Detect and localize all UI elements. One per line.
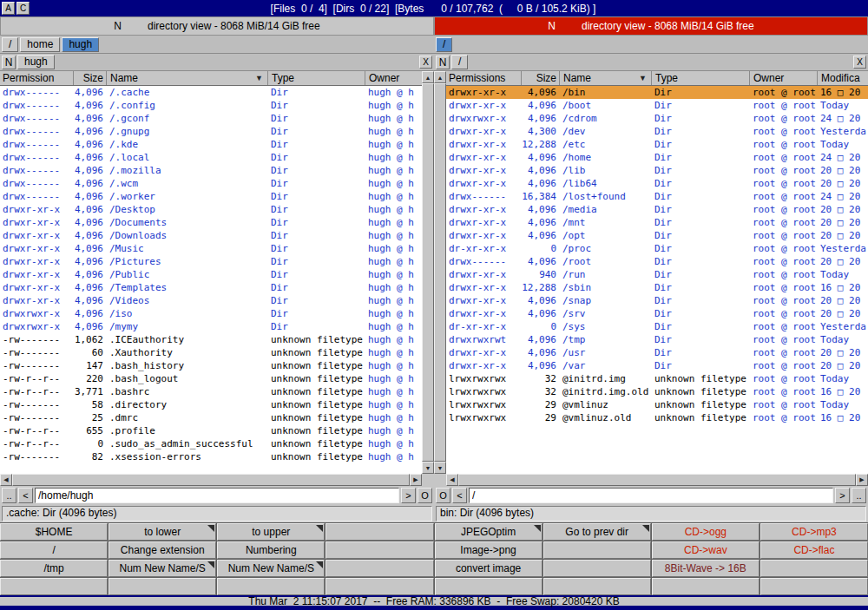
left-dir-tab[interactable]: hugh [17,55,55,69]
file-row[interactable]: -rw-r--r--0.sudo_as_admin_successfulunkn… [0,437,422,450]
left-hscroll-thumb[interactable] [12,474,410,486]
file-row[interactable]: drwxr-xr-x4,096/bootDirroot @ rootToday [446,99,868,112]
options-button[interactable]: O [436,488,450,503]
tab-hugh[interactable]: hugh [62,37,99,52]
file-row[interactable]: drwxr-xr-x4,096/srvDirroot @ root20 □ 20 [446,307,868,320]
file-row[interactable]: -rw-------147.bash_historyunknown filety… [0,359,422,372]
scroll-up-icon[interactable]: ▲ [422,71,434,83]
fkey-numbering[interactable]: Numbering [217,541,325,559]
fkey-empty[interactable] [543,560,651,577]
column-header-type[interactable]: Type [651,71,749,85]
file-row[interactable]: drwxr-xr-x12,288/sbinDirroot @ root16 □ … [446,281,868,294]
file-row[interactable]: drwx------4,096/.workerDirhugh @ h [0,190,422,203]
left-close-tab-button[interactable]: X [419,56,432,69]
file-row[interactable]: lrwxrwxrwx29@vmlinuzunknown filetyperoot… [446,398,868,411]
right-path-input[interactable] [469,488,833,503]
fkey-cd-ogg[interactable]: CD->ogg [652,523,760,541]
history-forward-button[interactable]: > [835,488,850,503]
file-row[interactable]: -rw-------82.xsession-errorsunknown file… [0,450,422,463]
history-back-button[interactable]: < [452,488,467,503]
fkey-cd-wav[interactable]: CD->wav [652,541,760,559]
fkey-empty[interactable] [108,578,216,595]
fkey-cd-mp3[interactable]: CD->mp3 [760,523,868,541]
fkey-cd-flac[interactable]: CD->flac [760,541,868,559]
fkey-jpegoptim[interactable]: JPEGOptim [435,523,542,541]
right-vscroll-track[interactable] [434,83,446,462]
fkey-to-lower[interactable]: to lower [108,523,216,541]
left-vscroll-track[interactable] [422,83,434,462]
fkey-empty[interactable] [217,578,325,595]
file-row[interactable]: lrwxrwxrwx32@initrd.imgunknown filetyper… [446,372,868,385]
scroll-down-icon[interactable]: ▼ [422,462,434,474]
file-row[interactable]: drwxr-xr-x940/runDirroot @ rootToday [446,268,868,281]
button-c[interactable]: C [16,2,30,15]
fkey-empty[interactable] [760,560,868,577]
right-hscroll-track[interactable] [458,474,856,486]
right-close-tab-button[interactable]: X [853,56,866,69]
file-row[interactable]: drwxr-xr-x4,096/DesktopDirhugh @ h [0,203,422,216]
file-row[interactable]: drwxrwxr-x4,096/cdromDirroot @ root24 □ … [446,112,868,125]
file-row[interactable]: -rw-------1,062.ICEauthorityunknown file… [0,333,422,346]
file-row[interactable]: lrwxrwxrwx32@initrd.img.oldunknown filet… [446,385,868,398]
file-row[interactable]: drwxr-xr-x4,096/lib64Dirroot @ root20 □ … [446,177,868,190]
fkey-empty[interactable] [326,560,433,577]
file-row[interactable]: drwx------4,096/.gconfDirhugh @ h [0,112,422,125]
file-row[interactable]: drwxr-xr-x4,096/mntDirroot @ root20 □ 20 [446,216,868,229]
column-header-permissions[interactable]: Permissions [446,71,521,85]
file-row[interactable]: drwx------4,096/.localDirhugh @ h [0,151,422,164]
scroll-left-icon[interactable]: ◀ [446,474,458,486]
file-row[interactable]: -rw-r--r--655.profileunknown filetypehug… [0,424,422,437]
file-row[interactable]: drwx------4,096/.cacheDirhugh @ h [0,86,422,99]
column-header-name[interactable]: Name ▼ [559,71,651,85]
file-row[interactable]: drwxr-xr-x4,096/mediaDirroot @ root20 □ … [446,203,868,216]
column-header-size[interactable]: Size [521,71,559,85]
tab-root[interactable]: / [2,37,18,52]
column-header-permission[interactable]: Permission [0,71,73,85]
file-row[interactable]: drwxr-xr-x4,096/DownloadsDirhugh @ h [0,229,422,242]
file-row[interactable]: drwx------4,096/rootDirroot @ root20 □ 2… [446,255,868,268]
file-row[interactable]: drwxr-xr-x4,096/usrDirroot @ root20 □ 20 [446,346,868,359]
file-row[interactable]: drwx------4,096/.wcmDirhugh @ h [0,177,422,190]
right-dir-tab[interactable]: / [451,55,468,69]
file-row[interactable]: drwxr-xr-x4,096/homeDirroot @ root24 □ 2… [446,151,868,164]
fkey-tmp[interactable]: /tmp [0,560,108,577]
column-header-type[interactable]: Type [267,71,365,85]
fkey-empty[interactable] [760,578,868,595]
fkey-empty[interactable] [543,578,651,595]
history-back-button[interactable]: < [18,488,33,503]
options-button[interactable]: O [418,488,432,503]
file-row[interactable]: drwxr-xr-x4,096/varDirroot @ root20 □ 20 [446,359,868,372]
file-row[interactable]: drwx------4,096/.configDirhugh @ h [0,99,422,112]
file-row[interactable]: drwx------16,384/lost+foundDirroot @ roo… [446,190,868,203]
column-header-modification[interactable]: Modifica [817,71,868,85]
column-header-owner[interactable]: Owner [749,71,817,85]
file-row[interactable]: drwx------4,096/.gnupgDirhugh @ h [0,125,422,138]
file-row[interactable]: drwxrwxr-x4,096/isoDirhugh @ h [0,307,422,320]
file-row[interactable]: drwxr-xr-x4,096/DocumentsDirhugh @ h [0,216,422,229]
tab-home[interactable]: home [20,37,60,52]
fkey-image-png[interactable]: Image->png [435,541,542,559]
fkey-go-to-prev-dir[interactable]: Go to prev dir [543,523,651,541]
file-row[interactable]: -rw-------25.dmrcunknown filetypehugh @ … [0,411,422,424]
file-row[interactable]: lrwxrwxrwx29@vmlinuz.oldunknown filetype… [446,411,868,424]
fkey-empty[interactable] [543,541,651,559]
file-row[interactable]: drwx------4,096/.mozillaDirhugh @ h [0,164,422,177]
left-pane-banner[interactable]: N directory view - 8068 MiB/14 GiB free [0,16,434,36]
file-row[interactable]: drwxr-xr-x4,096/PicturesDirhugh @ h [0,255,422,268]
left-horizontal-scrollbar[interactable]: ◀ ▶ [0,474,422,486]
fkey-empty[interactable] [326,541,433,559]
right-horizontal-scrollbar[interactable]: ◀ ▶ [446,474,868,486]
column-header-size[interactable]: Size [73,71,106,85]
history-forward-button[interactable]: > [401,488,416,503]
fkey-home[interactable]: $HOME [0,523,108,541]
left-vscroll-thumb[interactable] [422,83,434,462]
column-header-owner[interactable]: Owner [365,71,422,85]
file-row[interactable]: drwxr-xr-x4,096/libDirroot @ root20 □ 20 [446,164,868,177]
file-row[interactable]: drwxr-xr-x4,096/snapDirroot @ root20 □ 2… [446,294,868,307]
left-vertical-scrollbar[interactable]: ▲ ▼ [422,71,434,474]
fkey-empty[interactable] [326,523,433,541]
file-row[interactable]: -rw-r--r--220.bash_logoutunknown filetyp… [0,372,422,385]
fkey-8bit-wave-16b[interactable]: 8Bit-Wave -> 16B [652,560,760,577]
tab-root-right[interactable]: / [436,37,452,52]
fkey-change-extension[interactable]: Change extension [108,541,216,559]
